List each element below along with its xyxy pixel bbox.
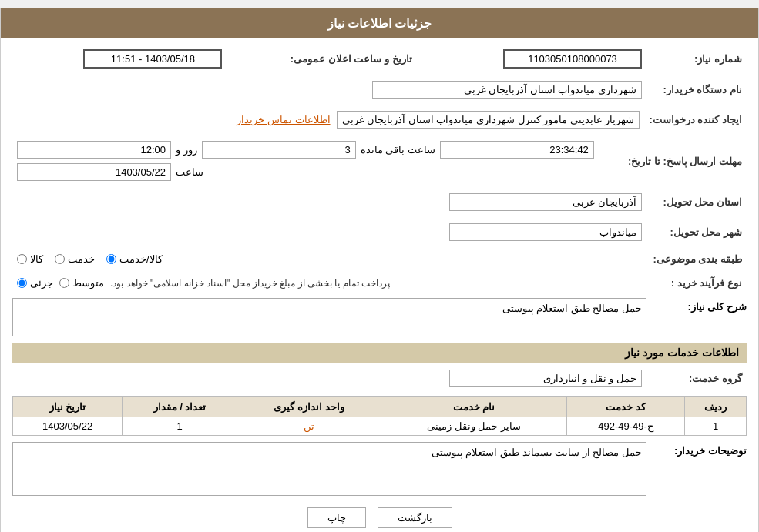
col-unit: واحد اندازه گیری	[237, 397, 381, 417]
description-value-container: حمل مصالح طبق استعلام پیوستی	[12, 298, 646, 336]
category-option-khadamat-label: خدمت	[68, 253, 95, 265]
buyer-notes-label: توضیحات خریدار:	[646, 442, 747, 460]
category-option-kala[interactable]: کالا	[17, 253, 43, 265]
service-group-value: حمل و نقل و انبارداری	[449, 370, 642, 387]
buyer-notes-value-container: حمل مصالح از سایت بسماند طبق استعلام پیو…	[12, 442, 646, 496]
buyer-notes-row: توضیحات خریدار: حمل مصالح از سایت بسماند…	[12, 442, 747, 496]
col-date: تاریخ نیاز	[13, 397, 123, 417]
deadline-label: مهلت ارسال پاسخ: تا تاریخ:	[623, 138, 747, 184]
cell-code: ح-49-49-492	[566, 417, 685, 436]
description-value: حمل مصالح طبق استعلام پیوستی	[502, 303, 642, 314]
service-group-label: گروه خدمت:	[646, 366, 747, 390]
buyer-org-value: شهرداری میاندواب استان آذربایجان غربی	[372, 81, 642, 99]
col-qty: تعداد / مقدار	[123, 397, 237, 417]
back-button[interactable]: بازگشت	[378, 507, 452, 528]
col-name: نام خدمت	[381, 397, 566, 417]
deadline-time: 12:00	[17, 141, 171, 159]
province-value: آذربایجان غربی	[449, 193, 642, 211]
deadline-days-label: روز و	[176, 144, 197, 156]
category-option-kala-label: کالا	[30, 253, 43, 265]
requester-label: ایجاد کننده درخواست:	[644, 108, 747, 132]
buyer-notes-value: حمل مصالح از سایت بسماند طبق استعلام پیو…	[432, 447, 642, 458]
cell-name: سایر حمل ونقل زمینی	[381, 417, 566, 436]
services-table: ردیف کد خدمت نام خدمت واحد اندازه گیری ت…	[12, 396, 747, 436]
services-section-title: اطلاعات خدمات مورد نیاز	[12, 343, 747, 363]
description-label: شرح کلی نیاز:	[646, 298, 747, 316]
city-value: میاندواب	[449, 223, 642, 241]
announcement-datetime-value: 1403/05/18 - 11:51	[83, 49, 222, 69]
category-radio-group: کالا/خدمت خدمت کالا	[17, 253, 642, 265]
col-row: ردیف	[685, 397, 747, 417]
announcement-datetime-label: تاریخ و ساعت اعلان عمومی:	[227, 46, 416, 72]
province-label: استان محل تحویل:	[646, 190, 747, 214]
purchase-option-motavaset-label: متوسط	[72, 277, 104, 289]
purchase-type-label: نوع فرآیند خرید :	[646, 274, 747, 292]
purchase-option-motavaset[interactable]: متوسط	[59, 277, 104, 289]
deadline-days: 3	[202, 141, 356, 159]
purchase-option-jozei-label: جزئی	[30, 277, 53, 289]
table-row: 1 ح-49-49-492 سایر حمل ونقل زمینی تن 1 1…	[13, 417, 747, 436]
cell-qty: 1	[123, 417, 237, 436]
purchase-radio-motavaset[interactable]	[59, 278, 69, 288]
contact-link[interactable]: اطلاعات تماس خریدار	[237, 114, 330, 125]
col-code: کد خدمت	[566, 397, 685, 417]
page-header: جزئیات اطلاعات نیاز	[1, 8, 758, 38]
category-radio-kala[interactable]	[17, 254, 27, 264]
deadline-time-label: ساعت	[176, 166, 203, 178]
category-radio-kala-khadamat[interactable]	[106, 254, 116, 264]
print-button[interactable]: چاپ	[307, 507, 366, 528]
button-row: بازگشت چاپ	[12, 507, 747, 528]
deadline-remaining: 23:34:42	[440, 141, 594, 159]
need-number-value: 1103050108000073	[503, 49, 642, 69]
city-label: شهر محل تحویل:	[646, 220, 747, 244]
category-option-kala-khadamat[interactable]: کالا/خدمت	[106, 253, 163, 265]
purchase-radio-jozei[interactable]	[17, 278, 27, 288]
category-option-khadamat[interactable]: خدمت	[55, 253, 95, 265]
deadline-date: 1403/05/22	[17, 163, 171, 181]
cell-row: 1	[685, 417, 747, 436]
page-title: جزئیات اطلاعات نیاز	[327, 17, 432, 30]
purchase-note: پرداخت تمام یا بخشی از مبلغ خریداز محل "…	[110, 278, 390, 289]
description-row: شرح کلی نیاز: حمل مصالح طبق استعلام پیوس…	[12, 298, 747, 336]
category-label: طبقه بندی موضوعی:	[646, 250, 747, 268]
category-radio-khadamat[interactable]	[55, 254, 65, 264]
requester-value: شهریار عابدینی مامور کنترل شهرداری میاند…	[337, 111, 640, 129]
cell-date: 1403/05/22	[13, 417, 123, 436]
buyer-org-label: نام دستگاه خریدار:	[646, 78, 747, 102]
need-number-label: شماره نیاز:	[646, 46, 747, 72]
category-option-kala-khadamat-label: کالا/خدمت	[119, 253, 163, 265]
purchase-option-jozei[interactable]: جزئی	[17, 277, 53, 289]
deadline-remaining-label: ساعت باقی مانده	[361, 144, 435, 156]
cell-unit: تن	[237, 417, 381, 436]
